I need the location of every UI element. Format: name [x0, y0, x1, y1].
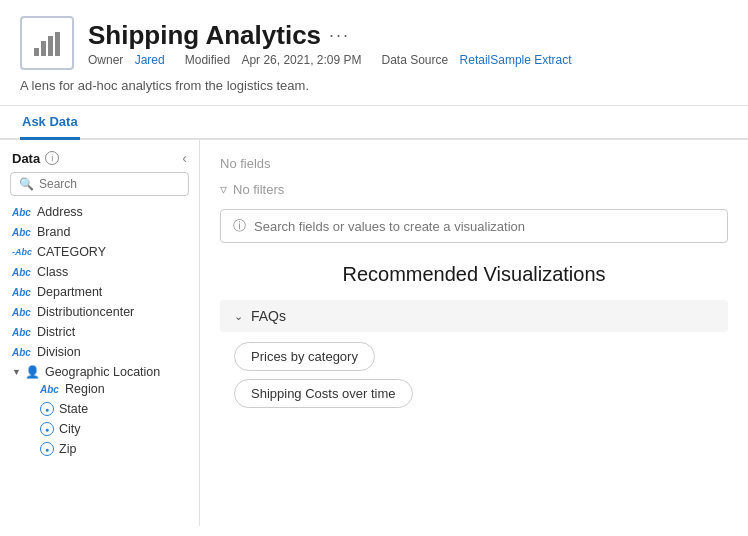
collapse-sidebar-button[interactable]: ‹ — [182, 150, 187, 166]
field-type-icon: Abc — [12, 287, 32, 298]
geo-chevron-icon: ▼ — [12, 367, 21, 377]
modified-label: Modified — [185, 53, 230, 67]
globe-icon: ● — [40, 442, 54, 456]
list-item[interactable]: ● State — [28, 399, 187, 419]
list-item[interactable]: Abc Region — [28, 379, 187, 399]
globe-icon: ● — [40, 422, 54, 436]
description-text: A lens for ad-hoc analytics from the log… — [20, 78, 728, 93]
meta-info: Owner Jared Modified Apr 26, 2021, 2:09 … — [88, 53, 572, 67]
sidebar-items: Abc Address Abc Brand -Abc CATEGORY Abc … — [0, 202, 199, 526]
search-icon: 🔍 — [19, 177, 34, 191]
info-icon[interactable]: i — [45, 151, 59, 165]
owner-link[interactable]: Jared — [135, 53, 165, 67]
filter-icon: ▿ — [220, 181, 227, 197]
list-item[interactable]: Abc Department — [0, 282, 199, 302]
field-name: Region — [65, 382, 105, 396]
sidebar: Data i ‹ 🔍 Abc Address Abc Brand -Abc CA… — [0, 140, 200, 526]
svg-rect-1 — [41, 41, 46, 56]
list-item[interactable]: Abc Address — [0, 202, 199, 222]
no-fields-text: No fields — [220, 156, 728, 171]
recommended-title: Recommended Visualizations — [220, 263, 728, 286]
list-item[interactable]: Abc Distributioncenter — [0, 302, 199, 322]
field-name: Distributioncenter — [37, 305, 134, 319]
svg-rect-0 — [34, 48, 39, 56]
field-name: Department — [37, 285, 102, 299]
field-name: Division — [37, 345, 81, 359]
main-content: No fields ▿ No filters ⓘ Recommended Vis… — [200, 140, 748, 526]
search-box[interactable]: 🔍 — [10, 172, 189, 196]
list-item[interactable]: ● Zip — [28, 439, 187, 459]
svg-rect-2 — [48, 36, 53, 56]
field-type-icon: Abc — [12, 327, 32, 338]
geo-group[interactable]: ▼ 👤 Geographic Location Abc Region ● Sta… — [0, 362, 199, 462]
field-name: Address — [37, 205, 83, 219]
list-item[interactable]: ● City — [28, 419, 187, 439]
visualization-search-bar[interactable]: ⓘ — [220, 209, 728, 243]
faq-chevron-icon: ⌄ — [234, 310, 243, 323]
field-name: District — [37, 325, 75, 339]
title-block: Shipping Analytics ··· Owner Jared Modif… — [88, 20, 572, 67]
workbook-icon — [20, 16, 74, 70]
field-type-icon: Abc — [40, 384, 60, 395]
list-item[interactable]: Abc Brand — [0, 222, 199, 242]
field-name: CATEGORY — [37, 245, 106, 259]
globe-icon: ● — [40, 402, 54, 416]
svg-rect-3 — [55, 32, 60, 56]
field-type-icon: Abc — [12, 267, 32, 278]
field-name: State — [59, 402, 88, 416]
field-name: Zip — [59, 442, 76, 456]
more-options-button[interactable]: ··· — [329, 25, 350, 46]
list-item[interactable]: Abc Class — [0, 262, 199, 282]
field-type-icon: Abc — [12, 347, 32, 358]
geo-children: Abc Region ● State ● City ● Zip — [12, 379, 187, 459]
datasource-link[interactable]: RetailSample Extract — [460, 53, 572, 67]
owner-label: Owner — [88, 53, 123, 67]
tab-ask-data[interactable]: Ask Data — [20, 106, 80, 140]
field-type-icon: -Abc — [12, 247, 32, 257]
viz-button-prices-by-category[interactable]: Prices by category — [234, 342, 375, 371]
field-name: City — [59, 422, 81, 436]
viz-search-input[interactable] — [254, 219, 715, 234]
page-header: Shipping Analytics ··· Owner Jared Modif… — [0, 0, 748, 106]
viz-button-shipping-costs[interactable]: Shipping Costs over time — [234, 379, 413, 408]
list-item[interactable]: Abc Division — [0, 342, 199, 362]
viz-buttons: Prices by category Shipping Costs over t… — [220, 342, 728, 408]
sidebar-header: Data i ‹ — [0, 140, 199, 172]
search-input[interactable] — [39, 177, 180, 191]
filter-row: ▿ No filters — [220, 181, 728, 197]
search-info-icon: ⓘ — [233, 217, 246, 235]
geo-person-icon: 👤 — [26, 365, 40, 379]
field-type-icon: Abc — [12, 207, 32, 218]
modified-date: Apr 26, 2021, 2:09 PM — [241, 53, 361, 67]
main-layout: Data i ‹ 🔍 Abc Address Abc Brand -Abc CA… — [0, 140, 748, 526]
sidebar-title: Data — [12, 151, 40, 166]
datasource-label: Data Source — [382, 53, 449, 67]
no-filters-text: No filters — [233, 182, 284, 197]
faq-section[interactable]: ⌄ FAQs — [220, 300, 728, 332]
field-type-icon: Abc — [12, 227, 32, 238]
field-name: Class — [37, 265, 68, 279]
list-item[interactable]: -Abc CATEGORY — [0, 242, 199, 262]
field-type-icon: Abc — [12, 307, 32, 318]
page-title: Shipping Analytics — [88, 20, 321, 51]
tab-bar: Ask Data — [0, 106, 748, 140]
list-item[interactable]: Abc District — [0, 322, 199, 342]
faq-label: FAQs — [251, 308, 286, 324]
geo-group-label: Geographic Location — [45, 365, 160, 379]
field-name: Brand — [37, 225, 70, 239]
